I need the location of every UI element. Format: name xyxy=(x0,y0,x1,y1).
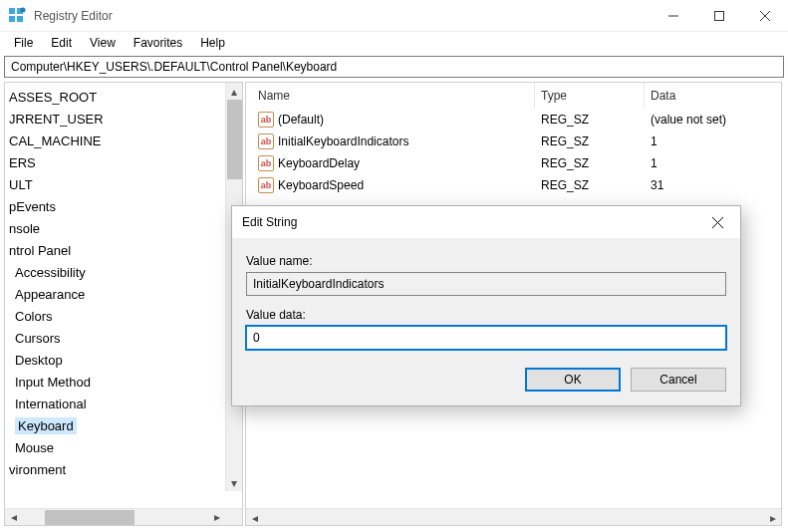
tree-viewport: ASSES_ROOTJRRENT_USERCAL_MACHINEERSULTpE… xyxy=(5,83,242,508)
menu-view[interactable]: View xyxy=(82,34,124,52)
scroll-down-icon[interactable]: ▾ xyxy=(226,474,242,491)
menu-favorites[interactable]: Favorites xyxy=(126,34,190,52)
svg-rect-3 xyxy=(17,16,23,22)
value-type: REG_SZ xyxy=(535,156,645,170)
list-row[interactable]: ab(Default)REG_SZ(value not set) xyxy=(246,109,781,131)
tree-item[interactable]: ntrol Panel xyxy=(5,240,242,262)
tree-item[interactable]: ASSES_ROOT xyxy=(5,87,242,109)
dialog-title: Edit String xyxy=(242,215,694,229)
value-name: KeyboardSpeed xyxy=(278,178,364,192)
tree-item-label: Mouse xyxy=(15,440,54,455)
value-name: InitialKeyboardIndicators xyxy=(278,134,408,148)
tree-item-label: JRRENT_USER xyxy=(9,112,104,127)
list-row[interactable]: abKeyboardSpeedREG_SZ31 xyxy=(246,174,781,196)
tree-item[interactable]: vironment xyxy=(5,459,242,481)
scroll-thumb[interactable] xyxy=(45,510,134,525)
tree-item[interactable]: Input Method xyxy=(5,372,242,394)
value-name: KeyboardDelay xyxy=(278,156,360,170)
tree-item-label: Desktop xyxy=(15,353,63,368)
tree-item-label: Keyboard xyxy=(15,417,77,434)
tree-item[interactable]: Cursors xyxy=(5,328,242,350)
tree-item[interactable]: Accessibility xyxy=(5,262,242,284)
tree-item[interactable]: Keyboard xyxy=(5,415,242,437)
tree-item-label: Input Method xyxy=(15,375,91,390)
value-data: 1 xyxy=(645,156,781,170)
value-data: 1 xyxy=(645,134,781,148)
value-data-label: Value data: xyxy=(246,308,726,322)
value-type: REG_SZ xyxy=(535,134,645,148)
edit-string-dialog: Edit String Value name: Value data: OK C… xyxy=(231,205,741,406)
address-path: Computer\HKEY_USERS\.DEFAULT\Control Pan… xyxy=(11,60,337,74)
value-name-field[interactable] xyxy=(246,272,726,296)
svg-rect-6 xyxy=(715,11,724,20)
tree-item-label: International xyxy=(15,397,87,411)
tree-item[interactable]: ERS xyxy=(5,152,242,174)
dialog-body: Value name: Value data: OK Cancel xyxy=(232,238,740,405)
column-data[interactable]: Data xyxy=(645,83,781,109)
value-name-label: Value name: xyxy=(246,254,726,268)
list-header: Name Type Data xyxy=(246,83,781,109)
regedit-icon xyxy=(8,7,26,25)
column-type[interactable]: Type xyxy=(535,83,645,109)
tree-item-label: ntrol Panel xyxy=(9,243,71,258)
value-type: REG_SZ xyxy=(535,113,645,127)
scroll-right-icon[interactable]: ▸ xyxy=(208,510,225,524)
tree-item-label: Cursors xyxy=(15,331,61,346)
menu-edit[interactable]: Edit xyxy=(43,34,80,52)
tree-item-label: nsole xyxy=(9,221,40,236)
window-title: Registry Editor xyxy=(34,9,651,23)
value-data: (value not set) xyxy=(645,113,781,127)
menu-file[interactable]: File xyxy=(6,34,41,52)
column-name[interactable]: Name xyxy=(246,83,535,109)
list-row[interactable]: abKeyboardDelayREG_SZ1 xyxy=(246,152,781,174)
scroll-left-icon[interactable]: ◂ xyxy=(5,510,22,524)
scroll-up-icon[interactable]: ▴ xyxy=(226,83,242,100)
close-button[interactable] xyxy=(742,0,788,31)
window-titlebar: Registry Editor xyxy=(0,0,788,32)
tree-item[interactable]: JRRENT_USER xyxy=(5,109,242,131)
dialog-titlebar[interactable]: Edit String xyxy=(232,206,740,238)
string-value-icon: ab xyxy=(258,133,274,149)
address-bar[interactable]: Computer\HKEY_USERS\.DEFAULT\Control Pan… xyxy=(4,56,784,78)
window-controls xyxy=(651,0,788,31)
tree-item[interactable]: Mouse xyxy=(5,437,242,459)
tree-item-label: ASSES_ROOT xyxy=(9,90,97,105)
tree-item[interactable]: pEvents xyxy=(5,196,242,218)
scroll-corner xyxy=(225,509,242,526)
tree-pane: ASSES_ROOTJRRENT_USERCAL_MACHINEERSULTpE… xyxy=(4,82,243,526)
scroll-left-icon[interactable]: ◂ xyxy=(246,509,263,526)
scroll-thumb[interactable] xyxy=(227,100,242,179)
tree-item[interactable]: nsole xyxy=(5,218,242,240)
string-value-icon: ab xyxy=(258,155,274,171)
tree-item[interactable]: Desktop xyxy=(5,350,242,372)
menu-help[interactable]: Help xyxy=(192,34,233,52)
string-value-icon: ab xyxy=(258,177,274,193)
tree-horizontal-scrollbar[interactable]: ◂ ▸ xyxy=(5,508,242,525)
ok-button[interactable]: OK xyxy=(525,368,621,392)
minimize-button[interactable] xyxy=(651,0,696,31)
tree-item[interactable]: CAL_MACHINE xyxy=(5,131,242,152)
dialog-button-row: OK Cancel xyxy=(246,368,726,392)
tree-item-label: vironment xyxy=(9,462,66,477)
scroll-right-icon[interactable]: ▸ xyxy=(764,509,781,526)
value-name: (Default) xyxy=(278,113,324,127)
svg-rect-0 xyxy=(9,8,15,14)
tree-item-label: Appearance xyxy=(15,287,85,302)
svg-rect-2 xyxy=(9,16,15,22)
value-data-field[interactable] xyxy=(246,326,726,350)
tree-item[interactable]: ULT xyxy=(5,174,242,196)
cancel-button[interactable]: Cancel xyxy=(631,368,726,392)
dialog-close-button[interactable] xyxy=(694,206,740,238)
value-data: 31 xyxy=(645,178,781,192)
string-value-icon: ab xyxy=(258,112,274,128)
list-row[interactable]: abInitialKeyboardIndicatorsREG_SZ1 xyxy=(246,131,781,152)
tree-item[interactable]: International xyxy=(5,394,242,415)
tree-item-label: CAL_MACHINE xyxy=(9,133,101,148)
maximize-button[interactable] xyxy=(696,0,742,31)
tree-item[interactable]: Colors xyxy=(5,306,242,328)
tree-item-label: Accessibility xyxy=(15,265,86,280)
svg-point-4 xyxy=(21,7,26,12)
tree-item[interactable]: Appearance xyxy=(5,284,242,306)
list-horizontal-scrollbar[interactable]: ◂ ▸ xyxy=(246,508,781,525)
tree-item-label: ULT xyxy=(9,177,33,192)
